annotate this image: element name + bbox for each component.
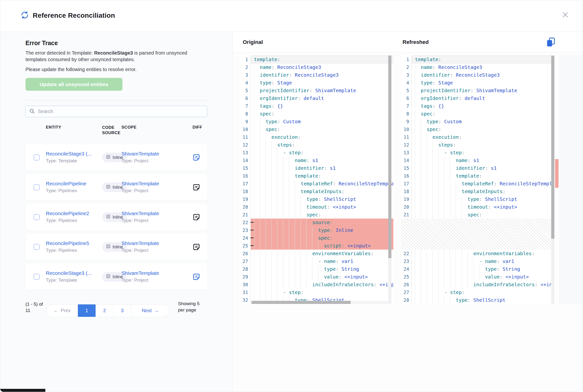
code-line: 25 script: <+input> <box>240 242 393 250</box>
search-icon <box>29 108 35 115</box>
code-line: 3 identifier: ReconcileStage3 <box>240 71 393 79</box>
error-trace-description: The error detected in Template: Reconcil… <box>25 50 195 63</box>
showing-per-page: Showing 5 per page <box>178 300 201 313</box>
taskbar-fragment <box>0 389 45 392</box>
inline-source-icon <box>106 154 111 160</box>
refreshed-code: 1template:2 name: ReconcileStage33 ident… <box>401 56 554 304</box>
code-line: 26 includeInfraSelectors: <+input> <box>401 281 554 288</box>
error-trace-instruction: Please update the following entities to … <box>25 67 195 72</box>
error-template-name: ReconcileStage3 <box>94 50 133 56</box>
row-checkbox[interactable] <box>34 154 39 160</box>
prev-page-button[interactable]: ←Prev <box>46 304 78 317</box>
page-button-3[interactable]: 3 <box>113 304 131 317</box>
original-vertical-scrollbar[interactable] <box>388 56 391 304</box>
search-input[interactable] <box>37 108 204 114</box>
entity-link[interactable]: ReconcilePipeline2 <box>46 210 100 216</box>
code-line: 22 environmentVariables: <box>401 250 554 257</box>
diff-icon[interactable] <box>193 214 200 221</box>
panel-background-strip <box>559 56 583 304</box>
code-line: 1template: <box>401 56 554 63</box>
page-button-2[interactable]: 2 <box>95 304 113 317</box>
code-line: 24 spec: <box>240 234 393 242</box>
code-line: 14 name: s1 <box>401 156 554 164</box>
entity-link[interactable]: ReconcilePipeline5 <box>46 240 100 246</box>
close-icon[interactable] <box>561 10 570 19</box>
diff-icon[interactable] <box>193 184 200 191</box>
code-line: 18 templateInputs: <box>401 188 554 195</box>
scope-type: Type: Project <box>121 248 180 253</box>
code-line: 3 identifier: ReconcileStage3 <box>401 71 554 79</box>
entity-type: Type: Template <box>46 278 100 283</box>
scope-link[interactable]: ShivamTemplate <box>121 210 180 216</box>
entity-link[interactable]: ReconcilePipeline <box>46 181 100 186</box>
code-line: 14 name: s1 <box>240 156 393 164</box>
row-checkbox[interactable] <box>34 214 39 220</box>
entity-type: Type: Template <box>46 158 100 164</box>
column-diff: DIFF <box>193 125 202 130</box>
code-line: 13 - step: <box>401 149 554 156</box>
arrow-right-icon: → <box>154 308 159 314</box>
scope-link[interactable]: ShivamTemplate <box>121 270 180 276</box>
code-line: 19 type: ShellScript <box>240 195 393 203</box>
code-line: 29 value: <+input> <box>240 273 393 281</box>
diff-icon[interactable] <box>193 154 200 161</box>
row-checkbox[interactable] <box>34 274 39 280</box>
code-line: 2 name: ReconcileStage3 <box>401 63 554 71</box>
row-checkbox[interactable] <box>34 244 39 250</box>
row-checkbox[interactable] <box>34 184 39 190</box>
code-line: 26 environmentVariables: <box>240 250 393 257</box>
code-line: 22 source: <box>240 218 393 226</box>
entity-type: Type: Pipelines <box>46 188 100 193</box>
code-line: 15 identifier: s1 <box>401 164 554 172</box>
search-input-wrap <box>25 106 207 117</box>
scope-link[interactable]: ShivamTemplate <box>121 240 180 246</box>
code-line: 9 type: Custom <box>240 118 393 126</box>
code-line: 18 templateInputs: <box>240 188 393 195</box>
entity-link[interactable]: ReconcileStage3 (... <box>46 270 100 276</box>
code-line: 27 - step: <box>401 288 554 296</box>
code-line: 7 tags: {} <box>240 102 393 110</box>
code-line: 2 name: ReconcileStage3 <box>240 63 393 71</box>
diff-icon[interactable] <box>193 243 200 250</box>
inline-source-icon <box>106 184 111 190</box>
next-page-button[interactable]: Next→ <box>131 304 169 317</box>
original-horizontal-scrollbar[interactable] <box>251 301 388 304</box>
code-line: 7 tags: {} <box>401 102 554 110</box>
update-all-button[interactable]: Update all unsynced entities <box>25 78 122 91</box>
refreshed-vertical-scrollbar[interactable] <box>551 56 554 304</box>
copy-icon[interactable] <box>546 37 556 48</box>
page-button-1[interactable]: 1 <box>78 304 95 317</box>
scope-link[interactable]: ShivamTemplate <box>121 181 180 186</box>
error-trace-panel: Error Trace The error detected in Templa… <box>0 32 233 392</box>
removed-lines-gap <box>401 218 554 250</box>
code-line: 21 spec: <box>240 211 393 218</box>
scope-link[interactable]: ShivamTemplate <box>121 151 180 157</box>
entity-link[interactable]: ReconcileStage3 (... <box>46 151 100 157</box>
code-line: 20 timeout: <+input> <box>401 203 554 211</box>
pagination-range: (1 - 5) of 11 <box>25 301 43 314</box>
code-line: 24 type: String <box>401 265 554 273</box>
code-line: 25 value: <+input> <box>401 273 554 281</box>
code-line: 21 spec: <box>401 211 554 218</box>
code-line: 16 template: <box>401 172 554 180</box>
code-line: 15 identifier: s1 <box>240 164 393 172</box>
code-line: 10 spec: <box>401 126 554 133</box>
code-line: 5 projectIdentifier: ShivamTemplate <box>401 86 554 94</box>
code-line: 17 templateRef: ReconcileStepTemplate <box>401 180 554 188</box>
code-line: 1template: <box>240 56 393 63</box>
code-line: 23 type: Inline <box>240 226 393 234</box>
inline-source-icon <box>106 274 111 280</box>
code-line: 28 type: String <box>240 265 393 273</box>
code-line: 10 spec: <box>240 126 393 133</box>
diff-icon[interactable] <box>193 273 200 280</box>
code-line: 9 type: Custom <box>401 118 554 126</box>
code-line: 12 steps: <box>401 141 554 149</box>
code-line: 8 spec: <box>240 110 393 118</box>
code-line: 4 type: Stage <box>240 79 393 86</box>
arrow-left-icon: ← <box>53 308 58 314</box>
code-line: 30 includeInfraSelectors: <+input> <box>240 281 393 288</box>
scope-type: Type: Project <box>121 158 180 164</box>
column-entity: ENTITY <box>46 125 61 130</box>
scope-type: Type: Project <box>121 188 180 193</box>
code-line: 27 - name: var1 <box>240 257 393 265</box>
